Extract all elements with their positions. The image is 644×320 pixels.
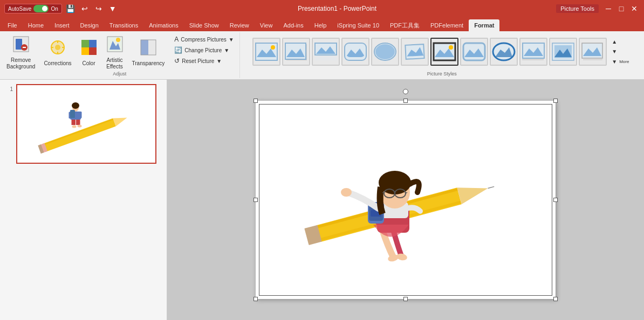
remove-background-label: RemoveBackground xyxy=(6,57,35,70)
tab-pdfelement[interactable]: PDFelement xyxy=(425,19,469,31)
title-bar: AutoSave On 💾 ↩ ↪ ▼ Presentation1 - Powe… xyxy=(0,0,644,17)
svg-rect-19 xyxy=(141,40,148,55)
close-button[interactable]: ✕ xyxy=(629,3,640,14)
svg-point-30 xyxy=(375,44,395,59)
picture-style-2[interactable] xyxy=(282,38,310,66)
main-area: 1 xyxy=(0,80,644,320)
undo-button[interactable]: ↩ xyxy=(79,3,90,14)
svg-rect-53 xyxy=(76,120,80,125)
maximize-button[interactable]: □ xyxy=(616,3,627,14)
svg-rect-34 xyxy=(463,43,485,60)
compress-pictures-button[interactable]: A Compress Pictures ▼ xyxy=(172,34,236,44)
color-label: Color xyxy=(83,60,95,67)
redo-button[interactable]: ↪ xyxy=(93,3,104,14)
handle-bottom-right[interactable] xyxy=(553,297,558,301)
picture-style-6[interactable] xyxy=(401,38,429,66)
slide-thumbnail-1[interactable] xyxy=(16,84,156,164)
autosave-label: AutoSave xyxy=(8,6,31,12)
reset-picture-icon: ↺ xyxy=(174,57,180,65)
slide-canvas[interactable] xyxy=(256,101,556,299)
svg-marker-64 xyxy=(457,180,490,204)
handle-middle-right[interactable] xyxy=(553,198,558,202)
picture-style-10[interactable] xyxy=(519,38,547,66)
corrections-label: Corrections xyxy=(44,60,71,67)
artistic-effects-label: ArtisticEffects xyxy=(106,57,122,70)
svg-point-17 xyxy=(116,38,120,42)
ribbon-group-adjust: RemoveBackground Corrections xyxy=(0,32,240,78)
color-button[interactable]: Color xyxy=(77,34,101,71)
picture-style-12[interactable] xyxy=(579,38,607,66)
tab-design[interactable]: Design xyxy=(75,19,104,31)
handle-top-right[interactable] xyxy=(553,99,558,103)
save-button[interactable]: 💾 xyxy=(65,3,76,14)
picture-style-9[interactable] xyxy=(490,38,518,66)
tab-animations[interactable]: Animations xyxy=(143,19,183,31)
remove-background-button[interactable]: RemoveBackground xyxy=(3,34,38,71)
styles-scroll-down[interactable]: ▼ xyxy=(609,48,631,55)
color-icon xyxy=(80,39,98,58)
tab-format[interactable]: Format xyxy=(469,19,499,31)
ribbon-group-picture-styles: ▲ ▼ ▼More Picture Styles xyxy=(240,32,644,78)
svg-point-54 xyxy=(72,126,77,128)
rotation-handle[interactable] xyxy=(403,89,408,94)
tab-transitions[interactable]: Transitions xyxy=(104,19,143,31)
svg-rect-14 xyxy=(89,47,97,55)
compress-pictures-label: Compress Pictures xyxy=(181,37,226,43)
corrections-button[interactable]: Corrections xyxy=(40,34,74,71)
slide-thumb-image xyxy=(27,92,146,156)
picture-style-1[interactable] xyxy=(252,38,280,66)
artistic-effects-button[interactable]: ArtisticEffects xyxy=(103,34,127,71)
tab-ispring[interactable]: iSpring Suite 10 xyxy=(332,19,385,31)
autosave-toggle[interactable] xyxy=(33,5,49,12)
picture-style-8[interactable] xyxy=(460,38,488,66)
tab-review[interactable]: Review xyxy=(224,19,255,31)
slide-thumb-inner xyxy=(17,85,155,163)
svg-line-66 xyxy=(488,186,495,188)
picture-style-3[interactable] xyxy=(312,38,340,66)
svg-point-35 xyxy=(493,43,515,60)
change-picture-button[interactable]: 🔄 Change Picture ▼ xyxy=(172,45,236,55)
picture-style-4[interactable] xyxy=(341,38,369,66)
tab-file[interactable]: File xyxy=(2,19,23,31)
svg-marker-44 xyxy=(113,114,128,127)
styles-more[interactable]: ▼More xyxy=(609,58,631,65)
svg-marker-45 xyxy=(127,116,131,117)
compress-pictures-arrow: ▼ xyxy=(229,37,234,43)
tab-slideshow[interactable]: Slide Show xyxy=(184,19,224,31)
transparency-button[interactable]: Transparency xyxy=(129,34,168,71)
picture-styles-content: ▲ ▼ ▼More xyxy=(250,34,633,69)
svg-point-68 xyxy=(396,253,408,261)
ribbon-tabs: File Home Insert Design Transitions Anim… xyxy=(0,17,644,31)
picture-style-5[interactable] xyxy=(371,38,399,66)
toggle-state-label: On xyxy=(51,6,58,12)
handle-top-center[interactable] xyxy=(403,99,408,103)
customize-qat-button[interactable]: ▼ xyxy=(107,3,118,14)
ribbon: RemoveBackground Corrections xyxy=(0,31,644,80)
minimize-button[interactable]: ─ xyxy=(603,3,614,14)
slide-number-1: 1 xyxy=(4,84,13,92)
svg-point-74 xyxy=(341,188,352,197)
handle-bottom-center[interactable] xyxy=(403,297,408,301)
picture-style-7[interactable] xyxy=(430,38,458,66)
tab-view[interactable]: View xyxy=(255,19,278,31)
svg-point-22 xyxy=(271,45,275,50)
tab-addins[interactable]: Add-ins xyxy=(278,19,309,31)
svg-rect-41 xyxy=(583,58,602,60)
change-picture-label: Change Picture xyxy=(184,47,222,53)
transparency-label: Transparency xyxy=(132,60,165,67)
styles-scroll-up[interactable]: ▲ xyxy=(609,38,631,45)
tab-home[interactable]: Home xyxy=(23,19,49,31)
handle-top-left[interactable] xyxy=(254,99,258,103)
tab-pdf-tools[interactable]: PDF工具集 xyxy=(385,19,425,31)
svg-rect-52 xyxy=(72,120,76,125)
reset-picture-label: Reset Picture xyxy=(182,58,214,64)
change-picture-arrow: ▼ xyxy=(224,47,229,53)
reset-picture-button[interactable]: ↺ Reset Picture ▼ xyxy=(172,56,236,66)
tab-help[interactable]: Help xyxy=(309,19,332,31)
tab-insert[interactable]: Insert xyxy=(49,19,75,31)
handle-middle-left[interactable] xyxy=(254,198,258,202)
autosave-badge[interactable]: AutoSave On xyxy=(4,4,62,13)
picture-style-11[interactable] xyxy=(549,38,577,66)
svg-rect-57 xyxy=(70,110,75,118)
handle-bottom-left[interactable] xyxy=(254,297,258,301)
